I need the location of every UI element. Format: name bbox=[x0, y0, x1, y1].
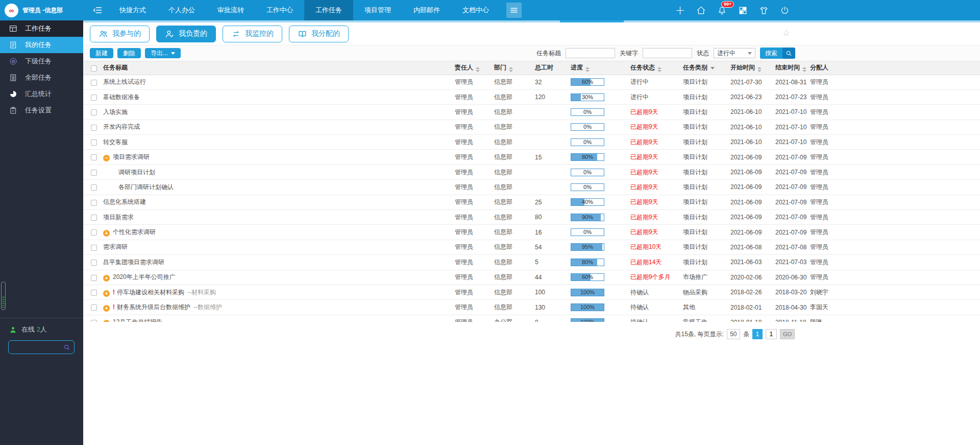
add-icon[interactable] bbox=[675, 5, 685, 16]
top-menu-item[interactable]: 个人办公 bbox=[157, 0, 206, 20]
row-checkbox[interactable] bbox=[91, 184, 97, 191]
go-button[interactable]: GO bbox=[780, 329, 795, 339]
search-button[interactable]: 搜索 bbox=[760, 48, 795, 59]
column-header[interactable]: 任务标题 bbox=[102, 61, 452, 75]
sidebar-resize-handle[interactable] bbox=[1, 282, 6, 310]
tab-responsible[interactable]: 我负责的 bbox=[156, 26, 216, 42]
title-filter-input[interactable] bbox=[566, 48, 615, 58]
task-title[interactable]: 信息化系统搭建 bbox=[103, 198, 146, 205]
row-checkbox[interactable] bbox=[91, 170, 97, 176]
row-checkbox[interactable] bbox=[91, 80, 97, 86]
row-checkbox[interactable] bbox=[91, 275, 97, 281]
task-title[interactable]: 开发内容完成 bbox=[103, 123, 140, 130]
tree-expand-icon[interactable]: + bbox=[103, 320, 110, 322]
sidebar-search-input[interactable] bbox=[13, 343, 63, 352]
top-menu-item[interactable]: 项目管理 bbox=[353, 0, 402, 20]
task-title[interactable]: 项目需求调研 bbox=[113, 153, 150, 160]
task-title[interactable]: 调研项目计划 bbox=[118, 169, 155, 176]
column-header[interactable]: 进度 bbox=[568, 61, 627, 75]
column-header[interactable]: 分配人 bbox=[807, 61, 980, 75]
task-title[interactable]: 需求调研 bbox=[103, 243, 128, 250]
sort-arrows-icon[interactable] bbox=[802, 67, 806, 72]
keyword-filter-input[interactable] bbox=[643, 48, 692, 58]
sidebar-item-task-settings[interactable]: 任务设置 bbox=[0, 102, 83, 119]
sort-arrows-icon[interactable] bbox=[585, 67, 590, 72]
top-menu-item[interactable]: 审批流转 bbox=[206, 0, 255, 20]
tab-monitored[interactable]: 我监控的 bbox=[223, 26, 282, 42]
delete-button[interactable]: 删除 bbox=[117, 48, 141, 58]
new-button[interactable]: 新建 bbox=[90, 48, 113, 58]
sidebar-item-my-tasks[interactable]: 我的任务 bbox=[0, 37, 83, 53]
column-header[interactable]: 开始时间 bbox=[727, 61, 772, 75]
task-title[interactable]: 个性化需求调研 bbox=[113, 228, 156, 236]
sidebar-item-subordinate-tasks[interactable]: 下级任务 bbox=[0, 53, 83, 69]
row-checkbox[interactable] bbox=[91, 154, 97, 160]
row-checkbox[interactable] bbox=[91, 260, 97, 266]
column-header[interactable]: 总工时 bbox=[532, 61, 568, 75]
status-select[interactable]: 进行中 bbox=[714, 48, 755, 58]
row-checkbox[interactable] bbox=[91, 109, 97, 115]
tree-expand-icon[interactable]: + bbox=[103, 305, 110, 312]
tree-collapse-icon[interactable]: − bbox=[103, 155, 110, 161]
collapse-menu-icon[interactable] bbox=[91, 4, 104, 17]
favorite-star-icon[interactable]: ☆ bbox=[782, 29, 790, 37]
apps-grid-icon[interactable] bbox=[738, 5, 748, 16]
tree-expand-icon[interactable]: + bbox=[103, 290, 110, 297]
top-menu-item-active[interactable]: 工作任务 bbox=[304, 0, 353, 20]
page-size-box[interactable]: 50 bbox=[727, 329, 740, 339]
logout-power-icon[interactable] bbox=[779, 5, 790, 16]
sort-arrows-icon[interactable] bbox=[476, 67, 480, 72]
sidebar-item-summary-stats[interactable]: 汇总统计 bbox=[0, 86, 83, 102]
task-title[interactable]: 12月工作总结报告 bbox=[113, 318, 162, 322]
sidebar-item-all-tasks[interactable]: 全部任务 bbox=[0, 69, 83, 86]
sidebar-item-work-tasks[interactable]: 工作任务 bbox=[0, 20, 83, 37]
task-title[interactable]: 入场实施 bbox=[103, 108, 128, 115]
goto-page-input[interactable] bbox=[766, 329, 777, 339]
filter-caret-icon[interactable] bbox=[710, 67, 715, 69]
tree-expand-icon[interactable]: + bbox=[103, 275, 110, 282]
row-checkbox[interactable] bbox=[91, 125, 97, 131]
top-menu-item[interactable]: 内部邮件 bbox=[402, 0, 451, 20]
online-users[interactable]: 在线 2人 bbox=[9, 325, 47, 334]
row-checkbox[interactable] bbox=[91, 95, 97, 101]
top-menu-item[interactable]: 文档中心 bbox=[451, 0, 500, 20]
row-checkbox[interactable] bbox=[91, 229, 97, 236]
task-title[interactable]: 停车场建设相关材料采购 bbox=[117, 289, 184, 296]
row-checkbox[interactable] bbox=[91, 200, 97, 206]
column-header[interactable]: 任务状态 bbox=[627, 61, 680, 75]
theme-shirt-icon[interactable] bbox=[758, 5, 769, 16]
row-checkbox[interactable] bbox=[91, 139, 97, 146]
tab-assigned[interactable]: 我分配的 bbox=[289, 26, 349, 42]
tab-participated[interactable]: 我参与的 bbox=[90, 26, 150, 42]
task-title[interactable]: 项目新需求 bbox=[103, 214, 134, 221]
task-title[interactable]: 各部门调研计划确认 bbox=[118, 183, 174, 191]
search-icon[interactable] bbox=[63, 344, 70, 351]
top-menu-item[interactable]: 工作中心 bbox=[255, 0, 304, 20]
export-button[interactable]: 导出... bbox=[145, 48, 181, 58]
task-title[interactable]: 转交客服 bbox=[103, 138, 128, 146]
row-checkbox[interactable] bbox=[91, 290, 97, 296]
task-title[interactable]: 系统上线试运行 bbox=[103, 78, 146, 85]
select-all-checkbox[interactable] bbox=[91, 65, 97, 72]
sort-arrows-icon[interactable] bbox=[757, 67, 762, 72]
notifications-bell-icon[interactable]: 99+ bbox=[717, 5, 727, 16]
sort-arrows-icon[interactable] bbox=[509, 67, 513, 72]
task-title[interactable]: 基础数据准备 bbox=[103, 93, 140, 101]
row-checkbox[interactable] bbox=[91, 305, 97, 311]
column-header[interactable]: 任务类别 bbox=[680, 61, 727, 75]
task-title[interactable]: 2020年上半年公司推广 bbox=[113, 273, 176, 280]
home-icon[interactable] bbox=[696, 5, 706, 16]
tree-expand-icon[interactable]: + bbox=[103, 230, 110, 237]
more-menu-icon[interactable] bbox=[506, 3, 522, 18]
task-title[interactable]: 昌平集团项目需求调研 bbox=[103, 259, 164, 266]
column-header[interactable]: 责任人 bbox=[452, 61, 491, 75]
current-page-button[interactable]: 1 bbox=[752, 329, 763, 339]
column-header[interactable]: 结束时间 bbox=[772, 61, 807, 75]
sort-arrows-icon[interactable] bbox=[657, 67, 662, 72]
column-header[interactable]: 部门 bbox=[491, 61, 532, 75]
row-checkbox[interactable] bbox=[91, 245, 97, 251]
row-checkbox[interactable] bbox=[91, 215, 97, 221]
row-checkbox[interactable] bbox=[91, 320, 97, 322]
task-title[interactable]: 财务系统升级后台数据维护 bbox=[117, 303, 190, 311]
top-menu-item[interactable]: 快捷方式 bbox=[108, 0, 157, 20]
